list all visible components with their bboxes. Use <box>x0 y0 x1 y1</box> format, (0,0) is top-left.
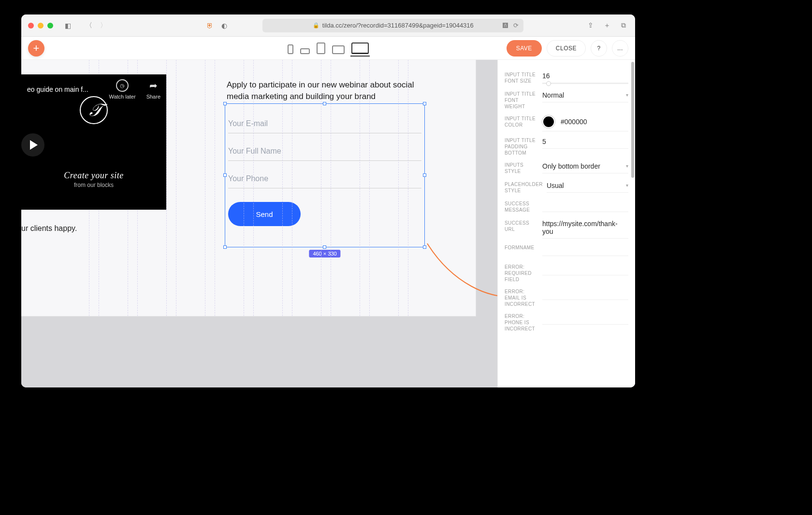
panel-row: SUCCESS MESSAGE <box>505 198 628 217</box>
shield-ext-icon[interactable]: ⛨ <box>205 22 215 29</box>
panel-value-text: Only bottom border <box>542 162 600 170</box>
form-description[interactable]: Apply to participate in our new webinar … <box>227 79 430 102</box>
panel-value[interactable]: https://mysite.com/thank-you <box>542 220 628 239</box>
panel-value[interactable]: Only bottom border▾ <box>542 162 628 173</box>
panel-row: INPUTS STYLEOnly bottom border▾ <box>505 159 628 178</box>
url-bar[interactable]: 🔒 tilda.cc/zero/?recordid=311687499&page… <box>262 19 523 32</box>
panel-row: INPUT TITLE COLOR#000000 <box>505 113 628 134</box>
new-tab-icon[interactable]: ＋ <box>602 21 612 30</box>
minimize-window-icon[interactable] <box>38 23 44 29</box>
privacy-shield-icon[interactable]: ◐ <box>219 22 229 29</box>
help-button[interactable]: ? <box>591 40 607 57</box>
panel-label: PLACEHOLDER STYLE <box>505 181 543 194</box>
chevron-down-icon: ▾ <box>626 163 628 169</box>
panel-value[interactable]: #000000 <box>542 115 628 131</box>
send-button[interactable]: Send <box>228 202 301 226</box>
panel-value-text: 16 <box>542 72 550 80</box>
device-phone-landscape[interactable] <box>300 48 310 54</box>
panel-row: FORMNAME <box>505 242 628 261</box>
lock-icon: 🔒 <box>313 22 319 29</box>
panel-label: INPUT TITLE PADDING BOTTOM <box>505 137 538 156</box>
panel-label: INPUT TITLE FONT SIZE <box>505 72 538 84</box>
panel-label: INPUT TITLE COLOR <box>505 115 538 128</box>
device-tablet-landscape[interactable] <box>332 45 345 54</box>
panel-value-text: Usual <box>547 182 564 189</box>
panel-label: ERROR: PHONE IS INCORRECT <box>505 313 538 332</box>
video-overlay[interactable]: eo guide on main f... ◷ Watch later ➦ Sh… <box>21 74 166 210</box>
panel-label: ERROR: EMAIL IS INCORRECT <box>505 288 538 307</box>
chevron-down-icon: ▾ <box>626 183 628 188</box>
panel-value[interactable] <box>542 244 628 256</box>
maximize-window-icon[interactable] <box>47 23 53 29</box>
selection-dimensions: 460 × 330 <box>309 250 340 258</box>
panel-label: SUCCESS MESSAGE <box>505 200 538 213</box>
close-window-icon[interactable] <box>28 23 34 29</box>
panel-value[interactable]: 16 <box>542 72 628 83</box>
panel-row: INPUT TITLE FONT WEIGHTNormal▾ <box>505 88 628 113</box>
device-tablet[interactable] <box>317 43 325 54</box>
panel-label: FORMNAME <box>505 244 538 251</box>
phone-field[interactable]: Your Phone <box>228 161 421 188</box>
panel-value-text: #000000 <box>561 118 587 126</box>
panel-label: INPUT TITLE FONT WEIGHT <box>505 91 538 110</box>
device-preview-switch <box>288 43 369 54</box>
video-subhead: from our blocks <box>74 182 114 188</box>
panel-value[interactable] <box>542 264 628 275</box>
color-swatch[interactable] <box>542 115 555 128</box>
selection-box[interactable]: 460 × 330 Your E-mail Your Full Name You… <box>225 103 425 247</box>
panel-row: ERROR: REQUIRED FIELD <box>505 261 628 286</box>
settings-panel: INPUT TITLE FONT SIZE16INPUT TITLE FONT … <box>497 60 635 387</box>
tabs-icon[interactable]: ⧉ <box>619 21 628 30</box>
device-phone[interactable] <box>288 44 293 54</box>
resize-handle[interactable] <box>223 102 227 105</box>
panel-value[interactable] <box>542 313 628 325</box>
email-field[interactable]: Your E-mail <box>228 106 421 133</box>
slider-knob[interactable] <box>546 81 551 86</box>
panel-label: ERROR: REQUIRED FIELD <box>505 264 538 283</box>
panel-value-text: 5 <box>542 138 546 145</box>
sidebar-toggle-icon[interactable]: ◧ <box>63 22 72 29</box>
save-button[interactable]: SAVE <box>507 40 542 57</box>
panel-label: INPUTS STYLE <box>505 162 538 174</box>
panel-value[interactable]: Normal▾ <box>542 91 628 102</box>
browser-window: ◧ 〈 〉 ⛨ ◐ 🔒 tilda.cc/zero/?recordid=3116… <box>21 14 635 387</box>
panel-row: ERROR: EMAIL IS INCORRECT <box>505 286 628 310</box>
play-button[interactable] <box>21 133 44 157</box>
panel-row: ERROR: PHONE IS INCORRECT <box>505 310 628 335</box>
resize-handle[interactable] <box>323 102 326 105</box>
device-desktop[interactable] <box>351 43 369 54</box>
name-field[interactable]: Your Full Name <box>228 133 421 161</box>
panel-scrollbar[interactable] <box>631 62 634 178</box>
resize-handle[interactable] <box>323 245 326 249</box>
panel-row: INPUT TITLE FONT SIZE16 <box>505 69 628 88</box>
clients-text-partial: ur clients happy. <box>21 224 77 233</box>
close-button[interactable]: CLOSE <box>547 40 586 57</box>
panel-label: SUCCESS URL <box>505 220 538 232</box>
panel-row: SUCCESS URLhttps://mysite.com/thank-you <box>505 217 628 242</box>
panel-value[interactable]: Usual▾ <box>547 181 628 193</box>
resize-handle[interactable] <box>423 102 426 105</box>
translate-icon[interactable]: 🅰 <box>503 23 508 29</box>
resize-handle[interactable] <box>223 173 227 177</box>
panel-row: INPUT TITLE PADDING BOTTOM5 <box>505 134 628 159</box>
chevron-down-icon: ▾ <box>626 92 628 98</box>
forward-icon[interactable]: 〉 <box>99 21 108 30</box>
resize-handle[interactable] <box>223 245 227 249</box>
more-button[interactable]: ... <box>612 40 628 57</box>
tilda-logo-icon: 𝒯 <box>80 96 108 124</box>
url-text: tilda.cc/zero/?recordid=311687499&pageid… <box>322 22 474 29</box>
refresh-icon[interactable]: ⟳ <box>513 22 519 29</box>
resize-handle[interactable] <box>423 245 426 249</box>
panel-value[interactable] <box>542 288 628 300</box>
editor-toolbar: + SAVE CLOSE ? ... <box>21 37 635 60</box>
resize-handle[interactable] <box>423 173 426 177</box>
add-block-button[interactable]: + <box>28 40 44 57</box>
panel-value[interactable]: 5 <box>542 137 628 149</box>
video-headline: Create your site <box>64 171 123 181</box>
back-icon[interactable]: 〈 <box>84 21 94 30</box>
panel-row: PLACEHOLDER STYLEUsual▾ <box>505 178 628 198</box>
panel-value-text: Normal <box>542 91 564 99</box>
panel-value[interactable] <box>542 200 628 212</box>
traffic-lights <box>28 23 53 29</box>
share-icon[interactable]: ⇪ <box>586 21 595 30</box>
